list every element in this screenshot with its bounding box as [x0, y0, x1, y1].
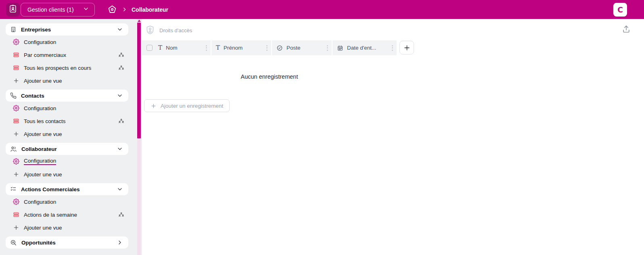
workspace-selector[interactable]: Gestion clients (1)	[21, 3, 95, 17]
select-field-icon	[276, 45, 283, 51]
sidebar-item-label: Configuration	[24, 39, 56, 45]
zoom-plus-icon	[10, 239, 17, 246]
sidebar-item-par-commerciaux[interactable]: Par commerciaux	[0, 48, 142, 61]
add-record-button[interactable]: Ajouter un enregistrement	[144, 99, 230, 112]
column-label: Prénom	[224, 45, 266, 51]
gear-icon	[13, 158, 19, 165]
group-icon	[118, 118, 124, 124]
select-all-checkbox[interactable]	[146, 45, 153, 51]
gear-icon	[13, 105, 19, 111]
gear-icon	[13, 199, 19, 205]
chevron-right-icon	[122, 7, 127, 12]
column-label: Poste	[286, 45, 326, 51]
section-label: Entreprises	[21, 27, 112, 33]
sidebar-item-configuration[interactable]: Configuration	[0, 36, 142, 48]
user-avatar-button[interactable]: C	[613, 3, 627, 17]
app-launcher-button[interactable]	[6, 3, 20, 17]
sidebar-item-label: Ajouter une vue	[24, 225, 62, 231]
sidebar-section-header-actions-commerciales[interactable]: Actions Commerciales	[6, 183, 128, 195]
checklist-icon	[10, 186, 17, 192]
column-header-nom[interactable]: TNom	[142, 40, 211, 55]
sidebar-item-configuration[interactable]: Configuration	[0, 102, 142, 115]
scrollbar-up-arrow-icon[interactable]	[138, 20, 141, 22]
breadcrumb-current: Collaborateur	[132, 6, 168, 13]
app-window: Gestion clients (1) Collaborateur C Entr	[0, 0, 644, 255]
sidebar-item-ajouter-une-vue[interactable]: Ajouter une vue	[0, 221, 142, 234]
sidebar-scrollbar-thumb[interactable]	[137, 23, 141, 138]
avatar-initial: C	[617, 5, 623, 14]
table-rows-icon	[13, 65, 19, 71]
sidebar-item-label: Ajouter une vue	[24, 78, 62, 84]
plus-icon	[13, 224, 19, 231]
sidebar-section-header-collaborateur[interactable]: Collaborateur	[6, 143, 128, 155]
chevron-right-icon	[117, 239, 123, 246]
column-menu-icon[interactable]	[326, 44, 329, 52]
sidebar-item-label: Configuration	[24, 199, 56, 205]
sidebar-item-configuration[interactable]: Configuration	[0, 195, 142, 208]
table-rows-icon	[13, 211, 19, 218]
sidebar-item-configuration[interactable]: Configuration	[0, 155, 142, 168]
text-field-icon: T	[158, 45, 162, 51]
column-header-date-d-ent[interactable]: Date d'ent...	[332, 40, 397, 55]
sidebar-section-contacts: ContactsConfigurationTous les contactsAj…	[0, 90, 142, 140]
gear-icon	[13, 39, 19, 45]
column-header-poste[interactable]: Poste	[272, 40, 332, 55]
column-menu-icon[interactable]	[266, 44, 268, 52]
workspace-name: Gestion clients (1)	[27, 6, 74, 13]
plus-icon	[403, 44, 411, 52]
sidebar-item-label: Configuration	[24, 105, 56, 111]
group-icon	[118, 52, 124, 58]
add-record-label: Ajouter un enregistrement	[161, 103, 223, 109]
table-header-row: TNomTPrénomPosteDate d'ent...	[142, 40, 644, 55]
home-icon[interactable]	[107, 4, 117, 15]
column-header-prenom[interactable]: TPrénom	[211, 40, 271, 55]
table-rows-icon	[13, 52, 19, 58]
text-field-icon: T	[216, 45, 220, 51]
sidebar: EntreprisesConfigurationPar commerciauxT…	[0, 19, 142, 255]
sidebar-item-label: Actions de la semaine	[24, 212, 77, 218]
chevron-down-icon	[117, 146, 123, 152]
chevron-down-icon	[117, 92, 123, 99]
sidebar-section-collaborateur: CollaborateurConfigurationAjouter une vu…	[0, 143, 142, 181]
sidebar-item-tous-les-prospects-en-cours[interactable]: Tous les prospects en cours	[0, 61, 142, 74]
plus-icon	[13, 77, 19, 84]
sidebar-section-header-contacts[interactable]: Contacts	[6, 90, 128, 102]
sidebar-item-ajouter-une-vue[interactable]: Ajouter une vue	[0, 128, 142, 140]
sidebar-section-actions-commerciales: Actions CommercialesConfigurationActions…	[0, 183, 142, 234]
access-rights-button[interactable]: Droits d'accès	[142, 24, 192, 36]
sidebar-item-tous-les-contacts[interactable]: Tous les contacts	[0, 115, 142, 128]
sidebar-item-label: Tous les contacts	[24, 118, 66, 124]
sidebar-item-label: Configuration	[24, 158, 56, 165]
section-label: Collaborateur	[21, 146, 112, 152]
chevron-down-icon	[83, 6, 89, 14]
sidebar-scrollbar-track[interactable]	[137, 19, 141, 255]
group-icon	[118, 65, 124, 71]
sidebar-item-ajouter-une-vue[interactable]: Ajouter une vue	[0, 168, 142, 181]
column-menu-icon[interactable]	[391, 44, 394, 52]
section-label: Opportunités	[21, 240, 112, 246]
chevron-down-icon	[117, 26, 123, 33]
column-label: Date d'ent...	[347, 45, 391, 51]
sidebar-item-actions-de-la-semaine[interactable]: Actions de la semaine	[0, 208, 142, 221]
column-menu-icon[interactable]	[205, 44, 208, 52]
users-icon	[10, 146, 17, 153]
breadcrumb: Collaborateur	[107, 4, 168, 15]
sidebar-item-ajouter-une-vue[interactable]: Ajouter une vue	[0, 74, 142, 87]
column-label: Nom	[166, 45, 205, 51]
sidebar-item-label: Ajouter une vue	[24, 171, 62, 178]
sidebar-section-opportunites: Opportunités	[0, 236, 142, 249]
upload-icon[interactable]	[622, 25, 631, 33]
plus-icon	[151, 103, 157, 109]
main-panel: Droits d'accès TNomTPrénomPosteDate d'en…	[142, 19, 644, 255]
group-icon	[118, 212, 124, 218]
chevron-down-icon	[117, 186, 123, 192]
access-rights-label: Droits d'accès	[159, 27, 192, 33]
sidebar-section-header-entreprises[interactable]: Entreprises	[6, 23, 128, 36]
top-header: Gestion clients (1) Collaborateur C	[0, 0, 644, 19]
empty-state-message: Aucun enregistrement	[142, 73, 397, 80]
shield-user-icon	[145, 25, 155, 36]
add-column-button[interactable]	[399, 41, 414, 54]
sidebar-section-header-opportunites[interactable]: Opportunités	[6, 236, 128, 249]
plus-icon	[13, 171, 19, 178]
section-label: Actions Commerciales	[21, 186, 112, 192]
